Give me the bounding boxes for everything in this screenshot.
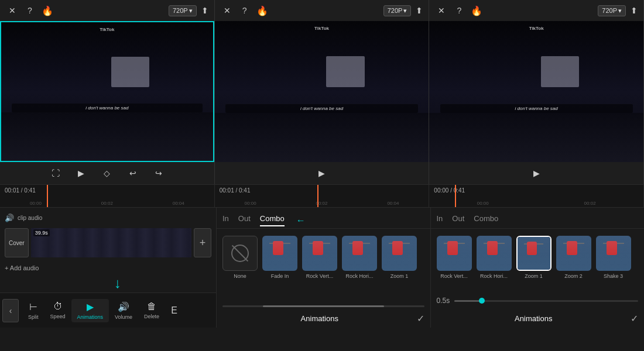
clip-thumb-inner: 39.9s [31, 228, 191, 257]
cable-car-bg-rockvert [302, 236, 337, 271]
panel-1-topbar: ✕ ? 🔥 720P ▾ ⬆ [0, 0, 214, 21]
add-clip-button[interactable]: + [194, 228, 211, 257]
split-icon: ⊢ [29, 301, 37, 312]
close-icon-3[interactable]: ✕ [435, 4, 448, 17]
close-icon-1[interactable]: ✕ [6, 4, 19, 17]
tab-combo-middle[interactable]: Combo [260, 214, 285, 226]
cable-car-bg-rockvert-r [437, 236, 472, 271]
anim-label-none: None [234, 273, 246, 279]
timecode-2: 00:01 / 0:41 [220, 187, 251, 194]
toolbar-tools: ⊢ Split ⏱ Speed ▶ Animations 🔊 Volume 🗑 [22, 299, 214, 322]
clip-duration: 39.9s [33, 229, 50, 236]
speed-icon: ⏱ [53, 301, 63, 312]
caption-bar-3: i don't wanna be sad [440, 104, 633, 113]
anim-bottom-right: Animations ✓ [431, 309, 645, 328]
timecode-3: 00:00 / 0:41 [434, 187, 465, 194]
help-icon-1[interactable]: ? [23, 4, 36, 17]
more-tool[interactable]: E [165, 299, 183, 322]
video-area-2: TikTok i don't wanna be sad [215, 21, 429, 162]
anim-item-rockvert-r[interactable]: Rock Vert... [437, 236, 472, 287]
cable-car-bg-fadein [262, 236, 297, 271]
redo-icon-1[interactable]: ↪ [152, 166, 166, 180]
split-tool[interactable]: ⊢ Split [22, 299, 44, 322]
bottom-toolbar: ‹ ⊢ Split ⏱ Speed ▶ Animations 🔊 Volume [0, 292, 216, 328]
tab-in-right[interactable]: In [437, 214, 443, 226]
resolution-badge-3[interactable]: 720P ▾ [598, 5, 626, 16]
flame-icon-3[interactable]: 🔥 [470, 4, 483, 17]
anim-item-rockvert[interactable]: Rock Vert... [302, 236, 337, 298]
check-icon-right[interactable]: ✓ [631, 313, 638, 324]
tab-out-right[interactable]: Out [452, 214, 464, 226]
ruler-mark: 00:02 [71, 201, 143, 207]
playhead-3 [455, 185, 456, 207]
cable-car-bg-zoom2-r [556, 236, 591, 271]
fullscreen-icon-1[interactable]: ⛶ [49, 166, 63, 180]
anim-item-zoom1-r[interactable]: Zoom 1 [516, 236, 551, 287]
animations-tool[interactable]: ▶ Animations [71, 299, 109, 322]
panel-1-top-left: ✕ ? 🔥 [6, 4, 54, 17]
volume-tool[interactable]: 🔊 Volume [109, 299, 138, 322]
upload-icon-1[interactable]: ⬆ [201, 6, 208, 15]
play-btn-1[interactable]: ▶ [74, 166, 88, 180]
add-audio-row: + Add audio [5, 262, 211, 274]
none-icon [231, 245, 249, 262]
anim-item-shake3-r[interactable]: Shake 3 [596, 236, 631, 287]
anim-item-none[interactable]: None [222, 236, 258, 298]
ruler-marks-1: 00:00 00:02 00:04 [0, 201, 214, 207]
anim-item-rockhori-r[interactable]: Rock Hori... [477, 236, 512, 287]
anim-item-fadein[interactable]: Fade In [262, 236, 297, 298]
anim-thumb-rockvert [302, 236, 337, 271]
caption-text-2: i don't wanna be sad [229, 106, 415, 111]
tab-combo-right[interactable]: Combo [474, 214, 498, 226]
tiktok-watermark-2: TikTok [314, 26, 329, 31]
resolution-badge-2[interactable]: 720P ▾ [383, 5, 412, 16]
keyframe-icon-1[interactable]: ◇ [100, 166, 114, 180]
help-icon-3[interactable]: ? [453, 4, 465, 17]
add-audio-button[interactable]: + Add audio [5, 264, 39, 271]
ruler-3: 00:00 00:02 [429, 198, 643, 207]
add-audio-label: + Add audio [5, 264, 39, 271]
flame-icon-1[interactable]: 🔥 [41, 4, 54, 17]
ruler-1: 00:00 00:02 00:04 [0, 198, 214, 207]
help-icon-2[interactable]: ? [238, 4, 251, 17]
upload-icon-2[interactable]: ⬆ [416, 6, 423, 15]
delete-tool[interactable]: 🗑 Delete [138, 299, 165, 322]
anim-title-row-middle: Animations ✓ [222, 313, 424, 324]
timeline-row: 00:01 / 0:41 00:00 00:02 00:04 00:01 / 0… [0, 184, 644, 208]
duration-slider[interactable] [454, 300, 638, 302]
close-icon-2[interactable]: ✕ [221, 4, 234, 17]
ruler-mark: 00:04 [143, 201, 214, 207]
play-btn-3[interactable]: ▶ [529, 166, 543, 180]
scroll-track-middle [222, 305, 424, 307]
play-btn-2[interactable]: ▶ [315, 166, 329, 180]
anim-item-zoom2-r[interactable]: Zoom 2 [556, 236, 591, 287]
ruler-mark: 00:00 [215, 201, 286, 207]
anim-bottom-middle: Animations ✓ [217, 309, 430, 328]
nav-back-button[interactable]: ‹ [2, 299, 19, 322]
snow-rockvert-r [437, 236, 472, 271]
clip-strip: Cover 39.9s + [5, 228, 211, 257]
check-icon-middle[interactable]: ✓ [417, 313, 424, 324]
anim-tabs-right: In Out Combo [431, 208, 645, 229]
undo-icon-1[interactable]: ↩ [126, 166, 140, 180]
anim-item-rockhori[interactable]: Rock Hori... [342, 236, 377, 298]
caption-text-1: i don't wanna be sad [15, 105, 199, 111]
timeline-section-3: 00:00 / 0:41 00:00 00:02 [429, 185, 644, 207]
road-2 [215, 113, 429, 162]
flame-icon-2[interactable]: 🔥 [256, 4, 269, 17]
upload-icon-3[interactable]: ⬆ [631, 6, 638, 15]
speaker-icon: 🔊 [5, 214, 14, 222]
volume-label: Volume [115, 314, 132, 320]
speed-label: Speed [50, 314, 66, 319]
ruler-marks-3: 00:00 00:02 [429, 201, 643, 207]
cover-button[interactable]: Cover [5, 228, 29, 257]
cable-car-bg-rockhori [342, 236, 377, 271]
anim-thumb-rockhori [342, 236, 377, 271]
speed-tool[interactable]: ⏱ Speed [44, 299, 71, 322]
snow-zoom1-r [518, 237, 550, 270]
resolution-badge-1[interactable]: 720P ▾ [169, 5, 197, 16]
tab-out-middle[interactable]: Out [238, 214, 251, 226]
tab-in-middle[interactable]: In [222, 214, 229, 226]
anim-item-zoom1[interactable]: Zoom 1 [382, 236, 417, 298]
anim-label-rockvert: Rock Vert... [306, 273, 334, 279]
